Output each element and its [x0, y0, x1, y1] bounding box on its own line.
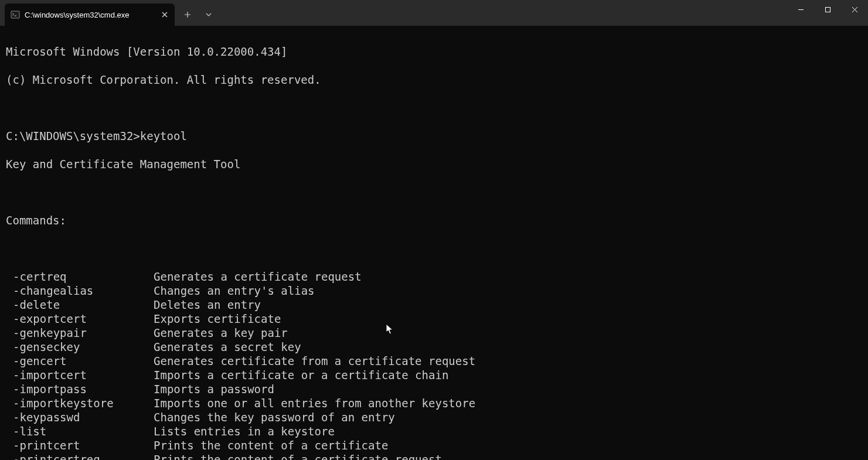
prompt-line: C:\WINDOWS\system32>keytool	[6, 129, 862, 143]
command-flag: -importkeystore	[6, 396, 154, 410]
terminal-output[interactable]: Microsoft Windows [Version 10.0.22000.43…	[0, 26, 868, 460]
maximize-button[interactable]	[814, 0, 841, 19]
tab-title: C:\windows\system32\cmd.exe	[25, 11, 154, 19]
command-description: Prints the content of a certificate requ…	[154, 452, 442, 460]
svg-rect-0	[11, 11, 19, 18]
command-description: Deletes an entry	[154, 298, 261, 312]
banner-line: Microsoft Windows [Version 10.0.22000.43…	[6, 45, 862, 59]
command-flag: -genseckey	[6, 340, 154, 354]
command-flag: -exportcert	[6, 312, 154, 326]
command-flag: -list	[6, 424, 154, 438]
command-description: Imports one or all entries from another …	[154, 396, 475, 410]
command-flag: -genkeypair	[6, 326, 154, 340]
new-tab-button[interactable]	[177, 5, 198, 24]
command-row: -importkeystoreImports one or all entrie…	[6, 396, 862, 410]
command-flag: -certreq	[6, 270, 154, 284]
tool-title-line: Key and Certificate Management Tool	[6, 157, 862, 171]
commands-header: Commands:	[6, 213, 862, 227]
commands-list: -certreqGenerates a certificate request-…	[6, 270, 862, 460]
minimize-button[interactable]	[787, 0, 814, 19]
command-row: -printcertPrints the content of a certif…	[6, 438, 862, 452]
command-row: -listLists entries in a keystore	[6, 424, 862, 438]
command-description: Generates a secret key	[154, 340, 301, 354]
command-flag: -printcert	[6, 438, 154, 452]
command-row: -genkeypairGenerates a key pair	[6, 326, 862, 340]
command-description: Generates certificate from a certificate…	[154, 354, 475, 368]
command-flag: -changealias	[6, 284, 154, 298]
command-description: Prints the content of a certificate	[154, 438, 388, 452]
command-description: Exports certificate	[154, 312, 281, 326]
command-flag: -delete	[6, 298, 154, 312]
command-row: -certreqGenerates a certificate request	[6, 270, 862, 284]
command-row: -deleteDeletes an entry	[6, 298, 862, 312]
command-row: -importpassImports a password	[6, 382, 862, 396]
command-description: Imports a password	[154, 382, 274, 396]
window-controls	[787, 0, 868, 26]
terminal-tab[interactable]: C:\windows\system32\cmd.exe	[5, 4, 175, 26]
blank-line	[6, 101, 862, 115]
cmd-icon	[11, 10, 20, 19]
command-row: -gencertGenerates certificate from a cer…	[6, 354, 862, 368]
copyright-line: (c) Microsoft Corporation. All rights re…	[6, 73, 862, 87]
tab-dropdown-button[interactable]	[198, 5, 219, 24]
command-row: -keypasswdChanges the key password of an…	[6, 410, 862, 424]
command-row: -printcertreqPrints the content of a cer…	[6, 452, 862, 460]
command-row: -importcertImports a certificate or a ce…	[6, 368, 862, 382]
command-flag: -keypasswd	[6, 410, 154, 424]
blank-line	[6, 185, 862, 199]
command-description: Imports a certificate or a certificate c…	[154, 368, 448, 382]
command-flag: -gencert	[6, 354, 154, 368]
blank-line	[6, 241, 862, 255]
close-button[interactable]	[841, 0, 868, 19]
command-flag: -printcertreq	[6, 452, 154, 460]
command-description: Generates a key pair	[154, 326, 288, 340]
tab-actions	[177, 4, 219, 26]
command-description: Changes an entry's alias	[154, 284, 315, 298]
command-row: -genseckeyGenerates a secret key	[6, 340, 862, 354]
command-description: Generates a certificate request	[154, 270, 362, 284]
command-description: Changes the key password of an entry	[154, 410, 395, 424]
svg-rect-2	[825, 7, 830, 12]
command-description: Lists entries in a keystore	[154, 424, 335, 438]
command-row: -exportcertExports certificate	[6, 312, 862, 326]
tab-close-button[interactable]	[158, 8, 171, 21]
command-row: -changealiasChanges an entry's alias	[6, 284, 862, 298]
command-flag: -importcert	[6, 368, 154, 382]
command-flag: -importpass	[6, 382, 154, 396]
titlebar: C:\windows\system32\cmd.exe	[0, 0, 868, 26]
